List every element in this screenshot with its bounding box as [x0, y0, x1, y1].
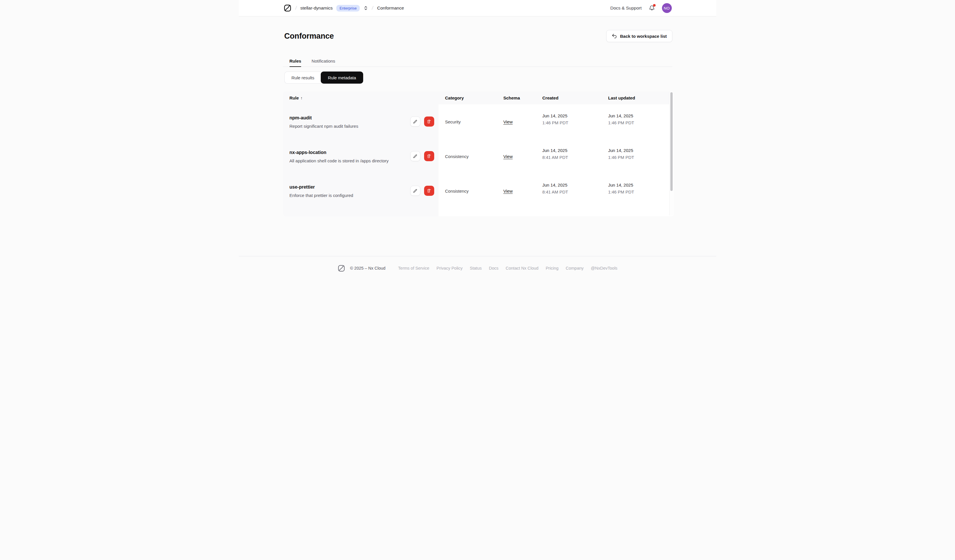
- footer-link-pricing[interactable]: Pricing: [546, 266, 558, 270]
- edit-rule-button[interactable]: [410, 151, 420, 161]
- nx-logo-icon: [338, 264, 345, 272]
- view-schema-link[interactable]: View: [504, 119, 513, 124]
- edit-rule-button[interactable]: [410, 186, 420, 196]
- updated-date: Jun 14, 2025: [608, 183, 674, 187]
- tab-rules[interactable]: Rules: [290, 59, 301, 67]
- footer-links: Terms of Service Privacy Policy Status D…: [398, 266, 617, 270]
- updated-date: Jun 14, 2025: [608, 148, 674, 153]
- created-cell: Jun 14, 2025 8:41 AM PDT: [536, 173, 602, 208]
- back-to-workspace-list-button[interactable]: Back to workspace list: [606, 30, 672, 42]
- top-navbar: / stellar-dynamics Enterprise / Conforma…: [239, 0, 716, 16]
- updated-date: Jun 14, 2025: [608, 113, 674, 118]
- rule-cell: use-prettier Enforce that prettier is co…: [283, 173, 438, 208]
- main-content: Conformance Back to workspace list Rules…: [283, 16, 672, 216]
- return-arrow-icon: [612, 33, 617, 39]
- edit-rule-button[interactable]: [410, 117, 420, 126]
- delete-rule-button[interactable]: [424, 151, 434, 161]
- column-header-last-updated: Last updated: [602, 95, 674, 100]
- updated-time: 1:46 PM PDT: [608, 120, 674, 125]
- rule-category: Security: [438, 105, 497, 139]
- view-schema-link[interactable]: View: [504, 154, 513, 159]
- trash-icon: [427, 188, 432, 193]
- workspace-name[interactable]: stellar-dynamics: [300, 5, 333, 11]
- pencil-icon: [413, 119, 418, 124]
- workspace-switcher-icon[interactable]: [363, 6, 368, 10]
- footer-link-terms[interactable]: Terms of Service: [398, 266, 429, 270]
- pencil-icon: [413, 189, 418, 193]
- last-updated-cell: Jun 14, 2025 1:46 PM PDT: [602, 139, 674, 173]
- footer-link-privacy[interactable]: Privacy Policy: [437, 266, 462, 270]
- footer-link-twitter[interactable]: @NxDevTools: [591, 266, 617, 270]
- trash-icon: [427, 119, 432, 124]
- rule-cell: npm-audit Report significant npm audit f…: [283, 105, 438, 139]
- tab-bar: Rules Notifications: [283, 59, 672, 67]
- breadcrumb-separator: /: [371, 5, 374, 11]
- last-updated-cell: Jun 14, 2025 1:46 PM PDT: [602, 105, 674, 139]
- footer-link-company[interactable]: Company: [565, 266, 584, 270]
- trash-icon: [427, 154, 432, 159]
- delete-rule-button[interactable]: [424, 186, 434, 196]
- table-row: npm-audit Report significant npm audit f…: [283, 105, 674, 139]
- table-scrollbar-track: [669, 91, 674, 215]
- updated-time: 1:46 PM PDT: [608, 189, 674, 194]
- footer-link-status[interactable]: Status: [470, 266, 482, 270]
- rule-results-toggle-button[interactable]: Rule results: [284, 72, 322, 84]
- breadcrumb-current-page: Conformance: [377, 5, 404, 11]
- delete-rule-button[interactable]: [424, 117, 434, 126]
- created-date: Jun 14, 2025: [542, 183, 602, 187]
- column-header-schema: Schema: [497, 95, 536, 100]
- view-schema-link[interactable]: View: [504, 189, 513, 193]
- column-header-category: Category: [438, 95, 497, 100]
- copyright-text: © 2025 – Nx Cloud: [350, 266, 385, 270]
- footer-link-contact[interactable]: Contact Nx Cloud: [506, 266, 539, 270]
- nx-logo-icon[interactable]: [283, 4, 291, 12]
- tab-notifications[interactable]: Notifications: [312, 59, 335, 67]
- column-header-rule[interactable]: Rule↑: [283, 95, 438, 100]
- rule-metadata-toggle-button[interactable]: Rule metadata: [321, 72, 363, 84]
- last-updated-cell: Jun 14, 2025 1:46 PM PDT: [602, 173, 674, 208]
- breadcrumb: / stellar-dynamics Enterprise / Conforma…: [283, 4, 404, 12]
- user-avatar[interactable]: NO: [662, 3, 672, 13]
- column-header-created: Created: [536, 95, 602, 100]
- page-title: Conformance: [284, 32, 334, 41]
- created-cell: Jun 14, 2025 1:46 PM PDT: [536, 105, 602, 139]
- created-date: Jun 14, 2025: [542, 148, 602, 153]
- rule-category: Consistency: [438, 139, 497, 173]
- docs-support-link[interactable]: Docs & Support: [610, 5, 642, 11]
- page-footer: © 2025 – Nx Cloud Terms of Service Priva…: [239, 256, 716, 280]
- notifications-bell-icon[interactable]: [649, 5, 655, 11]
- notification-dot: [653, 4, 656, 7]
- rule-view-toggle: Rule results Rule metadata: [284, 72, 363, 84]
- footer-link-docs[interactable]: Docs: [489, 266, 498, 270]
- created-time: 1:46 PM PDT: [542, 120, 602, 125]
- table-scrollbar-thumb[interactable]: [670, 92, 673, 191]
- created-time: 8:41 AM PDT: [542, 155, 602, 160]
- plan-badge: Enterprise: [336, 5, 360, 11]
- rule-cell: nx-apps-location All application shell c…: [283, 139, 438, 173]
- pencil-icon: [413, 154, 418, 159]
- rules-table: Rule↑ Category Schema Created Last updat…: [283, 91, 674, 216]
- created-cell: Jun 14, 2025 8:41 AM PDT: [536, 139, 602, 173]
- breadcrumb-separator: /: [295, 5, 297, 11]
- sort-ascending-arrow: ↑: [301, 96, 302, 100]
- rule-category: Consistency: [438, 173, 497, 208]
- table-row: nx-apps-location All application shell c…: [283, 139, 674, 173]
- table-row: use-prettier Enforce that prettier is co…: [283, 173, 674, 208]
- updated-time: 1:46 PM PDT: [608, 155, 674, 160]
- created-time: 8:41 AM PDT: [542, 189, 602, 194]
- table-header-row: Rule↑ Category Schema Created Last updat…: [283, 91, 674, 105]
- created-date: Jun 14, 2025: [542, 113, 602, 118]
